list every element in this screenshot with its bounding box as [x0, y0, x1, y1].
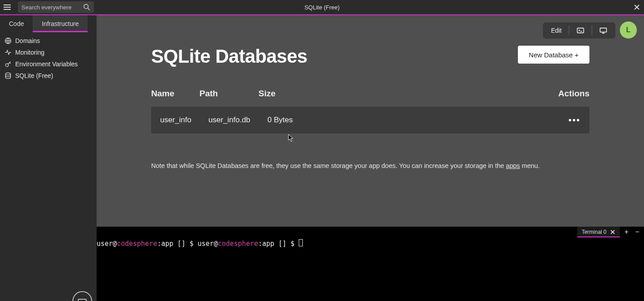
- database-table: Name Path Size Actions user_info user_in…: [151, 85, 589, 133]
- svg-rect-13: [577, 28, 584, 33]
- terminal-cursor: [299, 239, 303, 246]
- widget-inner-icon: [78, 299, 87, 301]
- sidebar-item-label: Monitoring: [15, 49, 44, 56]
- tab-code[interactable]: Code: [0, 15, 33, 32]
- svg-marker-18: [288, 134, 293, 142]
- svg-line-11: [9, 63, 10, 64]
- svg-point-12: [5, 73, 10, 75]
- terminal-add-button[interactable]: +: [623, 228, 631, 236]
- top-toolbar: Edit: [543, 22, 615, 39]
- close-button[interactable]: [632, 3, 641, 12]
- prompt-path-2: :app [] $: [258, 240, 298, 248]
- edit-button[interactable]: Edit: [546, 24, 567, 37]
- col-header-path: Path: [199, 89, 258, 99]
- terminal-panel: Terminal 0 + − user@codesphere:app [] $ …: [97, 227, 644, 301]
- sidebar-nav: Domains Monitoring Environment Variables…: [0, 32, 97, 82]
- toolbar-divider: [592, 26, 592, 35]
- terminal-icon: [576, 26, 585, 34]
- sidebar-item-label: SQLite (Free): [15, 72, 53, 79]
- database-icon: [4, 72, 12, 79]
- app-title: SQLite (Free): [305, 4, 340, 11]
- row-actions-menu[interactable]: •••: [563, 115, 580, 125]
- terminal-tab-label: Terminal 0: [582, 229, 606, 235]
- sidebar-item-label: Environment Variables: [15, 60, 78, 68]
- key-icon: [4, 60, 12, 68]
- storage-note: Note that while SQLite Databases are fre…: [151, 162, 540, 169]
- ellipsis-icon: •••: [568, 115, 580, 125]
- note-text: Note that while SQLite Databases are fre…: [151, 162, 506, 169]
- new-database-button[interactable]: New Database +: [518, 46, 589, 64]
- prompt-user-2: user@: [198, 240, 218, 248]
- search-box[interactable]: [18, 1, 94, 13]
- apps-link[interactable]: apps: [506, 162, 520, 169]
- hamburger-menu[interactable]: [0, 0, 14, 14]
- terminal-tab[interactable]: Terminal 0: [577, 227, 620, 237]
- page-heading: SQLite Databases: [151, 46, 307, 67]
- table-row[interactable]: user_info user_info.db 0 Bytes •••: [151, 107, 589, 133]
- terminal-tab-close[interactable]: [610, 229, 615, 235]
- table-header: Name Path Size Actions: [151, 85, 589, 102]
- toolbar-divider: [569, 26, 569, 35]
- minus-icon: −: [635, 228, 639, 236]
- globe-icon: [4, 37, 12, 44]
- main-panel: Edit L SQLite Databases New Database + N…: [97, 15, 644, 227]
- monitor-button[interactable]: [594, 24, 613, 37]
- bottom-widget-icon[interactable]: [72, 291, 92, 301]
- cell-size: 0 Bytes: [267, 116, 534, 125]
- terminal-tabs: Terminal 0 + −: [577, 227, 641, 237]
- sidebar-item-sqlite[interactable]: SQLite (Free): [0, 70, 97, 82]
- search-icon: [83, 4, 90, 11]
- tab-infrastructure[interactable]: Infrastructure: [33, 15, 87, 32]
- close-icon: [634, 4, 640, 10]
- col-header-actions: Actions: [543, 89, 589, 99]
- left-sidebar: Code Infrastructure Domains Monitoring E…: [0, 15, 97, 301]
- terminal-toggle-button[interactable]: [571, 24, 590, 37]
- sidebar-item-label: Domains: [15, 37, 40, 44]
- sidebar-item-domains[interactable]: Domains: [0, 35, 97, 47]
- monitor-icon: [599, 26, 607, 34]
- titlebar: SQLite (Free): [0, 0, 644, 14]
- cell-path: user_info.db: [208, 116, 267, 125]
- sidebar-item-monitoring[interactable]: Monitoring: [0, 47, 97, 58]
- activity-icon: [4, 49, 12, 56]
- svg-point-3: [84, 4, 89, 9]
- cell-name: user_info: [160, 116, 208, 125]
- tabs-row: Code Infrastructure: [0, 15, 97, 32]
- note-text-suffix: menu.: [520, 162, 540, 169]
- mouse-cursor-artifact: [288, 134, 293, 142]
- col-header-name: Name: [151, 89, 199, 99]
- prompt-user: user@: [97, 240, 117, 248]
- terminal-minimize-button[interactable]: −: [633, 228, 641, 236]
- svg-point-9: [5, 64, 8, 66]
- col-header-size: Size: [258, 89, 543, 99]
- prompt-path: :app [] $: [157, 240, 197, 248]
- sidebar-item-env-vars[interactable]: Environment Variables: [0, 58, 97, 70]
- terminal-body[interactable]: user@codesphere:app [] $ user@codesphere…: [97, 237, 644, 301]
- svg-line-4: [88, 8, 89, 10]
- svg-rect-15: [600, 28, 606, 32]
- close-icon: [610, 230, 615, 234]
- plus-icon: +: [624, 228, 628, 236]
- prompt-host-2: codesphere: [218, 240, 258, 248]
- prompt-host: codesphere: [117, 240, 157, 248]
- avatar[interactable]: L: [620, 22, 637, 39]
- hamburger-icon: [3, 4, 11, 10]
